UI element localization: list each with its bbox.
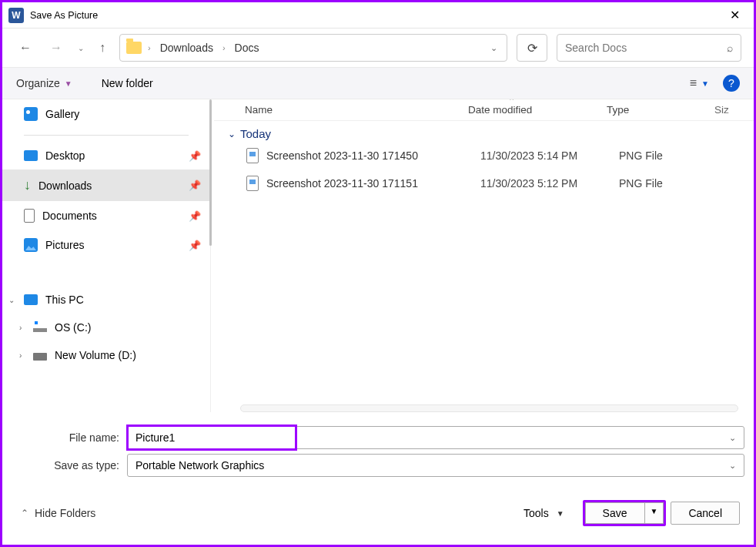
address-history-dropdown[interactable]: ⌄ xyxy=(487,40,500,56)
footer: ⌃ Hide Folders Tools ▼ Save ▼ Cancel xyxy=(2,489,754,537)
sidebar-item-desktop[interactable]: Desktop 📌 xyxy=(2,142,210,169)
pin-icon: 📌 xyxy=(189,180,201,191)
sidebar-item-label: Pictures xyxy=(45,239,85,251)
word-app-icon: W xyxy=(8,8,24,23)
breadcrumb-docs[interactable]: Docs xyxy=(232,40,263,55)
window-title: Save As Picture xyxy=(30,10,98,21)
expand-icon[interactable]: › xyxy=(19,351,22,360)
chevron-down-icon[interactable]: ⌄ xyxy=(729,461,736,471)
cancel-button[interactable]: Cancel xyxy=(671,502,740,525)
disk-icon xyxy=(33,323,47,332)
file-type: PNG File xyxy=(619,177,727,190)
breadcrumb-downloads[interactable]: Downloads xyxy=(157,40,216,55)
pin-icon: 📌 xyxy=(189,210,201,222)
new-folder-button[interactable]: New folder xyxy=(102,77,153,89)
search-icon: ⌕ xyxy=(727,42,733,54)
disk-icon xyxy=(33,353,47,361)
column-headers: Name Date modified Type Siz xyxy=(214,99,754,121)
tools-label: Tools xyxy=(524,507,549,519)
file-list-pane: Name Date modified Type Siz ⌄ Today Scre… xyxy=(214,99,754,412)
toolbar: Organize ▼ New folder ≡ ▼ ? xyxy=(2,67,754,99)
filename-value: Picture1 xyxy=(135,431,729,444)
pictures-icon xyxy=(24,238,38,252)
save-form: File name: Picture1 ⌄ Save as type: Port… xyxy=(2,412,754,485)
divider xyxy=(24,135,189,136)
sidebar-item-label: Gallery xyxy=(45,108,79,120)
file-date: 11/30/2023 5:12 PM xyxy=(480,177,619,190)
gallery-icon xyxy=(24,107,38,121)
chevron-right-icon: › xyxy=(148,43,151,52)
sidebar-item-thispc[interactable]: ⌄ This PC xyxy=(2,286,210,314)
list-view-icon: ≡ xyxy=(690,76,697,90)
file-type: PNG File xyxy=(619,149,727,162)
view-menu[interactable]: ≡ ▼ xyxy=(690,76,709,90)
column-date[interactable]: Date modified xyxy=(468,104,607,116)
sidebar-item-label: Documents xyxy=(42,210,97,222)
pin-icon: 📌 xyxy=(189,240,201,251)
splitter[interactable] xyxy=(210,99,214,412)
group-label: Today xyxy=(240,127,271,140)
nav-bar: ← → ⌄ ↑ › Downloads › Docs ⌄ ⟳ ⌕ xyxy=(2,29,754,67)
pin-icon: 📌 xyxy=(189,150,201,162)
chevron-down-icon[interactable]: ⌄ xyxy=(729,433,736,443)
organize-menu[interactable]: Organize ▼ xyxy=(16,77,72,89)
horizontal-scrollbar[interactable] xyxy=(240,404,738,412)
explorer-body: Gallery Desktop 📌 ↓ Downloads 📌 Document… xyxy=(2,99,754,412)
folder-icon xyxy=(126,42,142,54)
saveastype-label: Save as type: xyxy=(12,459,127,471)
help-button[interactable]: ? xyxy=(723,75,740,92)
tools-menu[interactable]: Tools ▼ xyxy=(524,507,564,519)
download-icon: ↓ xyxy=(24,177,31,193)
sidebar-item-label: Desktop xyxy=(45,149,85,162)
filename-input[interactable]: Picture1 ⌄ xyxy=(127,426,744,449)
hide-folders-button[interactable]: ⌃ Hide Folders xyxy=(21,507,95,519)
collapse-icon[interactable]: ⌄ xyxy=(8,296,15,304)
sidebar-item-label: This PC xyxy=(45,294,84,306)
title-bar: W Save As Picture ✕ xyxy=(2,2,754,29)
expand-icon[interactable]: › xyxy=(19,324,22,332)
image-file-icon xyxy=(246,148,259,163)
file-date: 11/30/2023 5:14 PM xyxy=(480,149,619,162)
sidebar-item-label: Downloads xyxy=(38,180,92,192)
close-button[interactable]: ✕ xyxy=(722,5,748,25)
pc-icon xyxy=(24,294,38,305)
up-button[interactable]: ↑ xyxy=(95,38,110,58)
save-button-dropdown[interactable]: ▼ xyxy=(644,502,664,524)
refresh-button[interactable]: ⟳ xyxy=(517,34,547,62)
search-input[interactable] xyxy=(565,42,727,54)
back-button[interactable]: ← xyxy=(15,38,36,58)
save-button-main[interactable]: Save xyxy=(585,502,644,524)
sidebar-item-gallery[interactable]: Gallery xyxy=(2,99,210,129)
search-box[interactable]: ⌕ xyxy=(557,34,741,62)
sidebar-item-label: OS (C:) xyxy=(55,321,91,334)
sidebar-item-documents[interactable]: Documents 📌 xyxy=(2,201,210,230)
column-name[interactable]: Name xyxy=(229,104,468,116)
column-type[interactable]: Type xyxy=(607,104,714,116)
address-bar[interactable]: › Downloads › Docs ⌄ xyxy=(119,34,507,62)
sidebar-item-drive-c[interactable]: › OS (C:) xyxy=(2,314,210,341)
sidebar-item-drive-d[interactable]: › New Volume (D:) xyxy=(2,341,210,369)
chevron-down-icon: ▼ xyxy=(557,509,564,518)
filename-label: File name: xyxy=(12,431,127,444)
documents-icon xyxy=(24,209,35,223)
file-name: Screenshot 2023-11-30 171151 xyxy=(266,177,480,190)
forward-button[interactable]: → xyxy=(45,38,67,58)
chevron-down-icon: ▼ xyxy=(701,79,709,88)
file-row[interactable]: Screenshot 2023-11-30 171450 11/30/2023 … xyxy=(214,142,754,169)
group-header-today[interactable]: ⌄ Today xyxy=(214,121,754,142)
saveastype-select[interactable]: Portable Network Graphics ⌄ xyxy=(127,454,744,477)
desktop-icon xyxy=(24,150,38,161)
sidebar-item-downloads[interactable]: ↓ Downloads 📌 xyxy=(2,169,210,201)
sidebar-item-pictures[interactable]: Pictures 📌 xyxy=(2,230,210,260)
file-row[interactable]: Screenshot 2023-11-30 171151 11/30/2023 … xyxy=(214,169,754,197)
chevron-down-icon: ⌄ xyxy=(228,129,236,139)
file-name: Screenshot 2023-11-30 171450 xyxy=(266,149,480,162)
chevron-down-icon: ▼ xyxy=(65,79,72,88)
saveastype-value: Portable Network Graphics xyxy=(135,459,729,471)
save-button[interactable]: Save ▼ xyxy=(583,500,667,526)
organize-label: Organize xyxy=(16,77,60,89)
column-size[interactable]: Siz xyxy=(714,104,729,116)
chevron-up-icon: ⌃ xyxy=(21,508,28,518)
chevron-right-icon: › xyxy=(222,43,226,52)
history-dropdown[interactable]: ⌄ xyxy=(76,44,85,52)
